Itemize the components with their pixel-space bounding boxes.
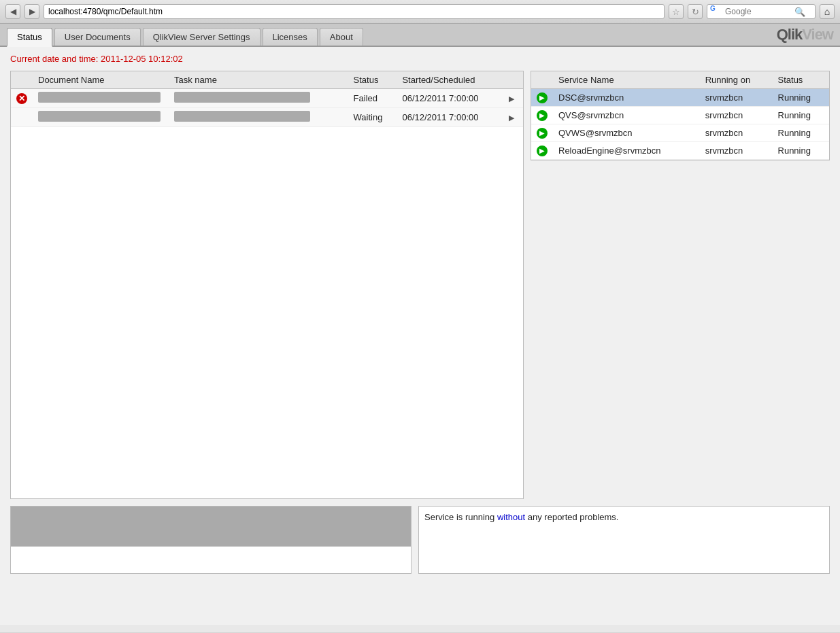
task-status-icon-cell-2 — [11, 108, 33, 127]
task-scheduled-cell: 06/12/2011 7:00:00 — [397, 89, 503, 108]
tab-about[interactable]: About — [320, 28, 363, 46]
task-name-bar — [174, 92, 310, 103]
svc-icon-cell-4: ▶ — [531, 142, 553, 160]
svc-col-status: Status — [773, 71, 829, 89]
panels-row: Document Name Task name Status Started/S… — [10, 71, 830, 499]
app-logo: QlikView — [777, 26, 833, 44]
status-message-link[interactable]: without — [497, 512, 525, 522]
svc-running-cell-4: srvmzbcn — [700, 142, 773, 160]
bottom-row: Service is running without any reported … — [10, 506, 830, 574]
task-name-bar-2 — [174, 111, 310, 122]
task-doc-name-cell-2 — [33, 108, 169, 127]
tab-bar: Status User Documents QlikView Server Se… — [0, 24, 840, 47]
browser-chrome: ◀ ▶ ☆ ↻ G 🔍 ⌂ — [0, 0, 840, 24]
doc-name-bar — [38, 92, 161, 103]
svc-status-cell: Running — [773, 89, 829, 107]
list-item[interactable]: ▶ QVWS@srvmzbcn srvmzbcn Running — [531, 124, 829, 142]
content-area: Current date and time: 2011-12-05 10:12:… — [0, 47, 840, 625]
home-button[interactable]: ⌂ — [820, 4, 835, 19]
svc-icon-cell: ▶ — [531, 89, 553, 107]
svc-status-cell-3: Running — [773, 124, 829, 142]
datetime-value: 2011-12-05 10:12:02 — [101, 54, 183, 64]
svc-col-name: Service Name — [553, 71, 700, 89]
table-row: ✕ Failed 06/12/2011 7:00:00 ▶ — [11, 89, 523, 108]
google-search-button[interactable]: 🔍 — [793, 5, 807, 18]
bottom-left-bottom — [10, 547, 411, 574]
google-icon: G — [710, 5, 724, 18]
bottom-right-panel: Service is running without any reported … — [418, 506, 830, 574]
service-running-icon-3: ▶ — [537, 128, 548, 139]
svc-running-cell-3: srvmzbcn — [700, 124, 773, 142]
tab-licenses[interactable]: Licenses — [263, 28, 318, 46]
back-button[interactable]: ◀ — [5, 4, 20, 19]
service-table: Service Name Running on Status ▶ DSC@srv… — [531, 71, 829, 160]
svc-status-cell-2: Running — [773, 107, 829, 124]
task-status-icon-cell: ✕ — [11, 89, 33, 108]
svc-name-cell-3: QVWS@srvmzbcn — [553, 124, 700, 142]
datetime-label: Current date and time: — [10, 54, 98, 64]
task-col-status: Status — [348, 71, 397, 89]
bottom-left-panel — [10, 506, 411, 574]
play-button-2[interactable]: ▶ — [509, 114, 514, 122]
status-message-prefix: Service is running — [424, 512, 497, 522]
tab-server-settings[interactable]: QlikView Server Settings — [143, 28, 261, 46]
service-panel: Service Name Running on Status ▶ DSC@srv… — [531, 71, 830, 160]
service-running-icon: ▶ — [537, 92, 548, 103]
svc-name-cell-4: ReloadEngine@srvmzbcn — [553, 142, 700, 160]
forward-button[interactable]: ▶ — [24, 4, 39, 19]
list-item[interactable]: ▶ DSC@srvmzbcn srvmzbcn Running — [531, 89, 829, 107]
svc-status-cell-4: Running — [773, 142, 829, 160]
task-col-docname: Document Name — [33, 71, 169, 89]
task-panel: Document Name Task name Status Started/S… — [10, 71, 524, 499]
service-running-icon-2: ▶ — [537, 110, 548, 121]
task-task-name-cell-2 — [169, 108, 348, 127]
svc-icon-cell-2: ▶ — [531, 107, 553, 124]
tab-status[interactable]: Status — [7, 28, 52, 47]
svc-name-cell-2: QVS@srvmzbcn — [553, 107, 700, 124]
task-col-taskname: Task name — [169, 71, 348, 89]
tab-user-documents[interactable]: User Documents — [54, 28, 141, 46]
svc-name-cell: DSC@srvmzbcn — [553, 89, 700, 107]
task-status-cell-2: Waiting — [348, 108, 397, 127]
task-doc-name-cell — [33, 89, 169, 108]
service-running-icon-4: ▶ — [537, 146, 548, 156]
svc-col-icon — [531, 71, 553, 89]
play-button[interactable]: ▶ — [509, 95, 514, 103]
google-search-bar: G 🔍 — [707, 4, 816, 19]
task-col-action — [503, 71, 523, 89]
doc-name-bar-2 — [38, 111, 161, 122]
status-message-suffix: any reported problems. — [525, 512, 618, 522]
refresh-button[interactable]: ↻ — [688, 4, 703, 19]
task-scheduled-cell-2: 06/12/2011 7:00:00 — [397, 108, 503, 127]
bottom-left-top — [10, 506, 411, 547]
task-table: Document Name Task name Status Started/S… — [11, 71, 523, 127]
task-task-name-cell — [169, 89, 348, 108]
task-status-cell: Failed — [348, 89, 397, 108]
list-item[interactable]: ▶ QVS@srvmzbcn srvmzbcn Running — [531, 107, 829, 124]
list-item[interactable]: ▶ ReloadEngine@srvmzbcn srvmzbcn Running — [531, 142, 829, 160]
svc-running-cell: srvmzbcn — [700, 89, 773, 107]
datetime-bar: Current date and time: 2011-12-05 10:12:… — [10, 54, 830, 64]
table-row: Waiting 06/12/2011 7:00:00 ▶ — [11, 108, 523, 127]
error-icon: ✕ — [16, 93, 27, 104]
star-button[interactable]: ☆ — [669, 4, 684, 19]
svc-col-running: Running on — [700, 71, 773, 89]
task-col-icon — [11, 71, 33, 89]
task-play-cell-2[interactable]: ▶ — [503, 108, 523, 127]
svc-running-cell-2: srvmzbcn — [700, 107, 773, 124]
app-container: Status User Documents QlikView Server Se… — [0, 24, 840, 632]
google-input[interactable] — [725, 7, 793, 16]
svc-icon-cell-3: ▶ — [531, 124, 553, 142]
task-play-cell[interactable]: ▶ — [503, 89, 523, 108]
url-bar[interactable] — [44, 4, 665, 19]
task-col-scheduled: Started/Scheduled — [397, 71, 503, 89]
